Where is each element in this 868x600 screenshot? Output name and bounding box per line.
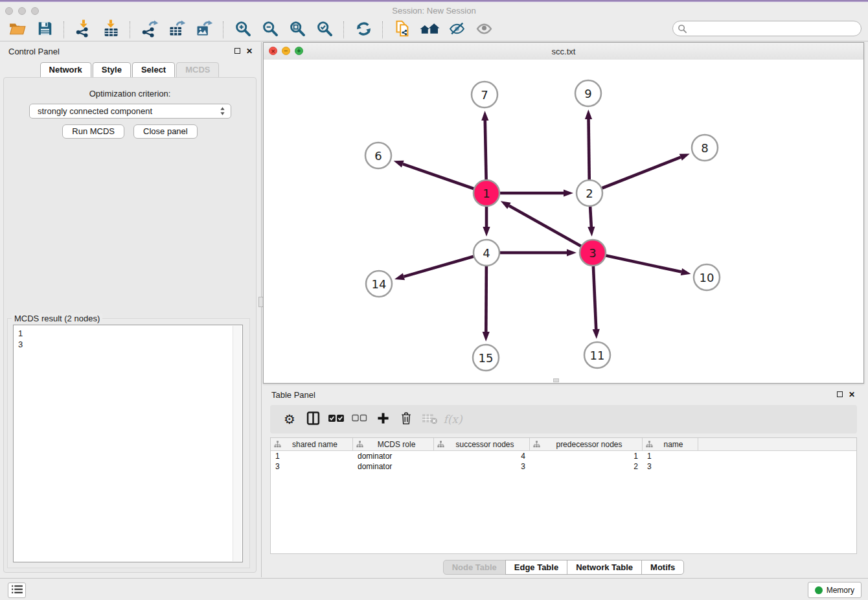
- svg-text:2: 2: [586, 187, 593, 200]
- hide-details-button[interactable]: [445, 19, 468, 40]
- tree-icon: [356, 441, 363, 448]
- close-panel-button[interactable]: Close panel: [133, 124, 198, 139]
- cell-shared-name[interactable]: 1: [271, 451, 353, 461]
- select-all-button[interactable]: [325, 408, 348, 431]
- table-row[interactable]: 1dominator411: [271, 451, 856, 461]
- columns-button[interactable]: [301, 408, 325, 431]
- tab-network-table[interactable]: Network Table: [567, 560, 642, 575]
- task-history-button[interactable]: [8, 583, 26, 598]
- main-toolbar-groups: [0, 19, 497, 40]
- result-scrollbar[interactable]: [233, 326, 242, 561]
- svg-text:11: 11: [590, 349, 605, 362]
- cell-mcds-role[interactable]: dominator: [353, 451, 434, 461]
- tab-edge-table[interactable]: Edge Table: [505, 560, 567, 575]
- table-row[interactable]: 3dominator323: [271, 461, 856, 472]
- graph-node-15[interactable]: 15: [473, 345, 499, 371]
- graph-node-11[interactable]: 11: [584, 342, 610, 368]
- svg-text:14: 14: [372, 277, 387, 291]
- main-titlebar: Session: New Session: [0, 2, 868, 18]
- panel-divider: [261, 42, 262, 577]
- graph-node-10[interactable]: 10: [694, 264, 720, 290]
- export-image-icon: [195, 19, 213, 40]
- tab-mcds[interactable]: MCDS: [176, 62, 219, 78]
- cell-name[interactable]: 3: [643, 461, 698, 472]
- close-table-panel-icon[interactable]: [849, 390, 856, 398]
- graph-edge-3-10[interactable]: [593, 253, 691, 275]
- graph-node-7[interactable]: 7: [472, 82, 497, 108]
- zoom-in-button[interactable]: [231, 19, 255, 40]
- cell-name[interactable]: 1: [643, 451, 698, 461]
- run-mcds-button[interactable]: Run MCDS: [62, 124, 124, 139]
- graph-node-8[interactable]: 8: [692, 135, 718, 161]
- open-button[interactable]: [6, 19, 29, 40]
- optimization-select[interactable]: strongly connected component: [29, 104, 231, 119]
- table-panel-title: Table Panel: [271, 390, 315, 400]
- toolbar-separator: [223, 21, 224, 38]
- tab-network[interactable]: Network: [40, 62, 91, 78]
- close-panel-icon[interactable]: [246, 47, 254, 54]
- cell-predecessor-nodes[interactable]: 2: [530, 461, 643, 472]
- network-scrollbar-grip[interactable]: [553, 378, 559, 382]
- column-header-filler: [698, 438, 856, 450]
- gear-button[interactable]: ⚙: [278, 408, 301, 431]
- import-table-button[interactable]: [99, 19, 122, 40]
- show-details-button[interactable]: [472, 19, 496, 40]
- tree-icon: [533, 441, 540, 448]
- graph-node-1[interactable]: 1: [474, 180, 499, 206]
- float-table-panel-icon[interactable]: [837, 391, 843, 397]
- graph-node-3[interactable]: 3: [580, 240, 606, 266]
- import-network-button[interactable]: [72, 19, 95, 40]
- column-label: MCDS role: [363, 440, 433, 449]
- graph-node-6[interactable]: 6: [365, 143, 391, 168]
- graph-edge-4-14[interactable]: [394, 253, 486, 280]
- application-window: Session: New Session Control Panel Netwo…: [0, 0, 868, 600]
- delete-column-icon: [422, 411, 438, 427]
- home-button[interactable]: [418, 19, 441, 40]
- column-header-shared-name[interactable]: shared name: [271, 438, 353, 450]
- graph-node-4[interactable]: 4: [474, 240, 499, 266]
- graph-node-2[interactable]: 2: [577, 180, 602, 206]
- mcds-result-box: 1 3: [13, 325, 243, 562]
- column-header-name[interactable]: name: [643, 438, 698, 450]
- zoom-fit-icon: [289, 20, 306, 40]
- network-canvas[interactable]: 1234678910111415: [264, 60, 863, 383]
- save-button[interactable]: [33, 19, 56, 40]
- column-header-successor-nodes[interactable]: successor nodes: [434, 438, 530, 450]
- save-icon: [36, 20, 54, 39]
- export-image-button[interactable]: [192, 19, 216, 40]
- graph-node-9[interactable]: 9: [575, 80, 601, 106]
- export-network-button[interactable]: [138, 19, 161, 40]
- tab-select[interactable]: Select: [132, 62, 175, 78]
- cell-successor-nodes[interactable]: 3: [434, 461, 530, 472]
- zoom-out-icon: [262, 20, 279, 40]
- delete-icon: [400, 411, 412, 427]
- column-header-predecessor-nodes[interactable]: predecessor nodes: [530, 438, 643, 450]
- tab-node-table[interactable]: Node Table: [443, 560, 506, 575]
- cell-shared-name[interactable]: 3: [271, 461, 353, 472]
- tab-motifs[interactable]: Motifs: [641, 560, 684, 575]
- delete-button[interactable]: [394, 408, 418, 431]
- cell-predecessor-nodes[interactable]: 1: [530, 451, 643, 461]
- zoom-out-button[interactable]: [258, 19, 282, 40]
- refresh-button[interactable]: [352, 19, 375, 40]
- memory-button[interactable]: Memory: [808, 582, 862, 598]
- node-table: shared nameMCDS rolesuccessor nodesprede…: [270, 437, 857, 554]
- column-header-mcds-role[interactable]: MCDS role: [353, 438, 434, 450]
- graph-edge-2-8[interactable]: [589, 154, 690, 193]
- tab-style[interactable]: Style: [93, 62, 131, 78]
- zoom-selected-button[interactable]: [313, 19, 336, 40]
- graph-node-14[interactable]: 14: [366, 271, 392, 297]
- float-panel-icon[interactable]: [234, 48, 240, 54]
- zoom-fit-button[interactable]: [286, 19, 309, 40]
- clone-network-button[interactable]: [391, 19, 414, 40]
- deselect-all-button[interactable]: [348, 408, 371, 431]
- graph-edge-1-6[interactable]: [394, 161, 486, 193]
- export-table-button[interactable]: [165, 19, 188, 40]
- network-canvas-svg: 1234678910111415: [264, 60, 863, 383]
- network-window-titlebar[interactable]: scc.txt: [264, 43, 863, 60]
- cell-mcds-role[interactable]: dominator: [353, 461, 434, 472]
- search-input[interactable]: [690, 22, 858, 36]
- add-button[interactable]: [371, 408, 394, 431]
- cell-successor-nodes[interactable]: 4: [434, 451, 530, 461]
- graph-edge-3-1[interactable]: [501, 201, 593, 253]
